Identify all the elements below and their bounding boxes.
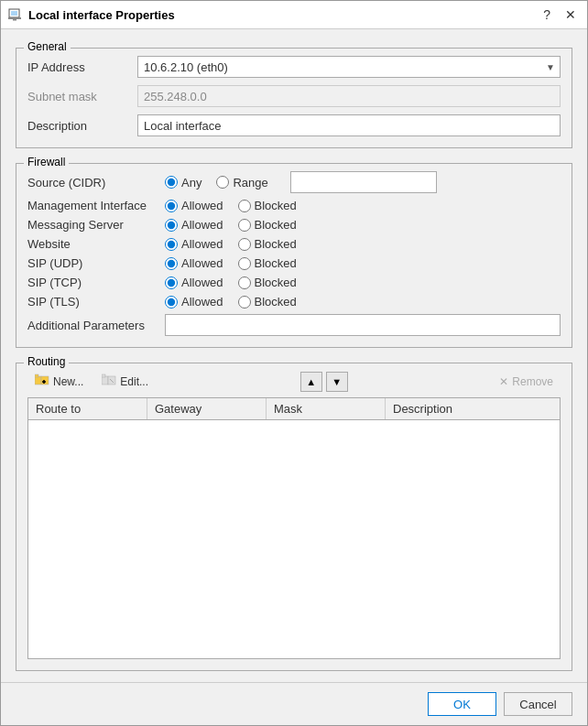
sip-tls-label: SIP (TLS) — [27, 295, 165, 309]
sip-tls-allowed-label: Allowed — [181, 295, 223, 309]
management-blocked-radio[interactable] — [238, 200, 251, 212]
management-allowed-label: Allowed — [181, 199, 223, 212]
sip-tls-blocked-label: Blocked — [255, 295, 297, 309]
ip-address-select-wrapper: 10.6.2.10 (eth0) ▼ — [137, 56, 561, 78]
routing-toolbar: New... Edit... ▲ — [27, 371, 561, 392]
additional-params-input[interactable] — [165, 314, 561, 336]
remove-x-icon: ✕ — [499, 375, 508, 388]
management-blocked-option[interactable]: Blocked — [238, 199, 297, 212]
move-down-button[interactable]: ▼ — [326, 372, 348, 392]
routing-section-label: Routing — [24, 355, 69, 368]
sip-tls-blocked-option[interactable]: Blocked — [238, 295, 297, 309]
ip-address-row: IP Address 10.6.2.10 (eth0) ▼ — [27, 56, 561, 78]
title-bar-left: Local interface Properties — [8, 7, 175, 22]
sip-tcp-allowed-radio[interactable] — [165, 276, 178, 289]
source-range-option[interactable]: Range — [216, 176, 267, 190]
sip-udp-blocked-option[interactable]: Blocked — [238, 256, 297, 270]
close-button[interactable]: ✕ — [561, 6, 580, 23]
svg-rect-3 — [13, 19, 16, 21]
source-any-label: Any — [181, 176, 201, 190]
sip-udp-blocked-label: Blocked — [255, 256, 297, 270]
source-cidr-row: Source (CIDR) Any Range — [27, 171, 561, 193]
management-row: Management Interface Allowed Blocked — [27, 199, 561, 212]
management-allowed-option[interactable]: Allowed — [165, 199, 223, 212]
help-button[interactable]: ? — [539, 6, 554, 23]
firewall-section-label: Firewall — [24, 156, 69, 168]
messaging-allowed-label: Allowed — [181, 218, 223, 232]
website-allowed-option[interactable]: Allowed — [165, 237, 223, 251]
title-bar: Local interface Properties ? ✕ — [1, 1, 587, 29]
messaging-label: Messaging Server — [27, 218, 165, 232]
website-blocked-radio[interactable] — [238, 238, 251, 251]
source-any-radio[interactable] — [165, 176, 178, 189]
messaging-allowed-option[interactable]: Allowed — [165, 218, 223, 232]
website-blocked-option[interactable]: Blocked — [238, 237, 297, 251]
routing-table: Route to Gateway Mask Description — [27, 397, 561, 659]
description-row: Description — [27, 114, 561, 136]
edit-button-label: Edit... — [120, 375, 148, 388]
svg-rect-4 — [35, 376, 41, 385]
svg-rect-9 — [102, 376, 108, 385]
edit-button[interactable]: Edit... — [94, 371, 156, 392]
sip-udp-label: SIP (UDP) — [27, 256, 165, 270]
svg-rect-2 — [8, 17, 21, 19]
description-input[interactable] — [137, 114, 561, 136]
sip-udp-allowed-radio[interactable] — [165, 257, 178, 270]
website-row: Website Allowed Blocked — [27, 237, 561, 251]
dialog-body: General IP Address 10.6.2.10 (eth0) ▼ Su… — [1, 29, 587, 682]
new-button-label: New... — [53, 375, 83, 388]
sip-tls-blocked-radio[interactable] — [238, 296, 251, 309]
messaging-blocked-option[interactable]: Blocked — [238, 218, 297, 232]
ok-button[interactable]: OK — [428, 692, 496, 716]
svg-rect-5 — [35, 374, 38, 377]
move-up-button[interactable]: ▲ — [300, 372, 322, 392]
sip-udp-blocked-radio[interactable] — [238, 257, 251, 270]
edit-icon — [102, 374, 116, 389]
general-section-label: General — [24, 40, 71, 53]
source-range-input[interactable] — [290, 171, 437, 193]
col-header-mask: Mask — [267, 398, 386, 419]
col-header-gateway: Gateway — [147, 398, 267, 419]
source-range-radio[interactable] — [216, 176, 229, 189]
remove-button[interactable]: ✕ Remove — [492, 373, 561, 391]
firewall-section: Firewall Source (CIDR) Any Range — [16, 163, 572, 348]
website-allowed-label: Allowed — [181, 237, 223, 251]
management-radio-group: Allowed Blocked — [165, 199, 297, 212]
subnet-mask-input — [137, 85, 561, 107]
source-range-label: Range — [233, 176, 267, 190]
description-label: Description — [27, 119, 137, 133]
sip-tcp-blocked-radio[interactable] — [238, 276, 251, 289]
general-section: General IP Address 10.6.2.10 (eth0) ▼ Su… — [16, 48, 572, 148]
sip-udp-row: SIP (UDP) Allowed Blocked — [27, 256, 561, 270]
messaging-allowed-radio[interactable] — [165, 219, 178, 232]
title-bar-controls: ? ✕ — [539, 6, 580, 23]
ip-address-select[interactable]: 10.6.2.10 (eth0) — [137, 56, 561, 78]
website-allowed-radio[interactable] — [165, 238, 178, 251]
svg-rect-1 — [11, 11, 17, 16]
sip-tls-allowed-option[interactable]: Allowed — [165, 295, 223, 309]
website-label: Website — [27, 237, 165, 251]
source-any-option[interactable]: Any — [165, 176, 201, 190]
source-cidr-label: Source (CIDR) — [27, 176, 165, 190]
sip-tls-allowed-radio[interactable] — [165, 296, 178, 309]
website-blocked-label: Blocked — [255, 237, 297, 251]
col-header-description: Description — [386, 398, 560, 419]
sip-udp-allowed-label: Allowed — [181, 256, 223, 270]
routing-section: Routing New... — [16, 363, 572, 671]
cancel-button[interactable]: Cancel — [504, 692, 572, 716]
sip-tcp-allowed-label: Allowed — [181, 276, 223, 289]
additional-params-row: Additional Parameters — [27, 314, 561, 336]
sip-tcp-row: SIP (TCP) Allowed Blocked — [27, 276, 561, 289]
messaging-row: Messaging Server Allowed Blocked — [27, 218, 561, 232]
new-button[interactable]: New... — [27, 371, 91, 392]
sip-udp-allowed-option[interactable]: Allowed — [165, 256, 223, 270]
sip-tcp-allowed-option[interactable]: Allowed — [165, 276, 223, 289]
messaging-blocked-radio[interactable] — [238, 219, 251, 232]
remove-button-label: Remove — [512, 375, 553, 388]
management-allowed-radio[interactable] — [165, 200, 178, 212]
subnet-mask-row: Subnet mask — [27, 85, 561, 107]
management-blocked-label: Blocked — [255, 199, 297, 212]
subnet-mask-label: Subnet mask — [27, 90, 137, 103]
sip-tcp-blocked-option[interactable]: Blocked — [238, 276, 297, 289]
svg-rect-10 — [102, 374, 105, 377]
